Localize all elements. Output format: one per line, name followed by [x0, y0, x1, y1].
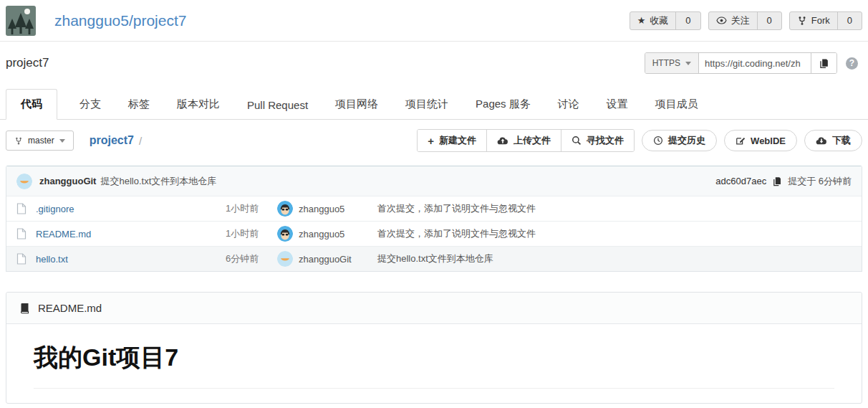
- branch-selector[interactable]: master: [6, 131, 74, 151]
- file-icon: [16, 228, 26, 239]
- watch-button[interactable]: 关注 0: [708, 11, 782, 30]
- file-commit-message[interactable]: 首次提交，添加了说明文件与忽视文件: [377, 202, 536, 215]
- file-commit-author[interactable]: zhangguo5: [299, 204, 370, 214]
- repo-title-link[interactable]: zhangguo5/project7: [54, 12, 186, 29]
- file-commit-author[interactable]: zhangguoGit: [299, 254, 370, 265]
- tab-tags[interactable]: 标签: [128, 90, 150, 119]
- copy-url-button[interactable]: [811, 53, 836, 73]
- protocol-dropdown[interactable]: HTTPS: [645, 53, 699, 73]
- help-icon[interactable]: ?: [846, 57, 858, 70]
- file-icon: [16, 253, 26, 265]
- file-actions-group: + 新建文件 上传文件 寻找文件: [417, 129, 635, 152]
- commit-message[interactable]: 提交hello.txt文件到本地仓库: [100, 175, 216, 188]
- branch-icon: [14, 136, 23, 146]
- tab-stats[interactable]: 项目统计: [405, 90, 448, 119]
- file-link[interactable]: README.md: [36, 229, 91, 239]
- branch-label: master: [28, 136, 54, 146]
- file-icon: [16, 203, 26, 214]
- project-name: project7: [6, 56, 49, 70]
- star-button[interactable]: ★ 收藏 0: [630, 11, 701, 30]
- table-row: .gitignore 1小时前 zhangguo5 首次提交，添加了说明文件与忽…: [6, 196, 862, 221]
- fork-count[interactable]: 0: [837, 12, 862, 29]
- edit-icon: [736, 136, 746, 146]
- tab-members[interactable]: 项目成员: [655, 90, 698, 119]
- book-icon: [19, 303, 30, 314]
- protocol-label: HTTPS: [652, 58, 680, 68]
- fork-button[interactable]: Fork 0: [789, 11, 862, 30]
- fork-label: Fork: [811, 15, 830, 26]
- upload-file-label: 上传文件: [513, 134, 551, 147]
- file-commit-author[interactable]: zhangguo5: [299, 229, 370, 239]
- star-icon: ★: [637, 15, 646, 26]
- download-label: 下载: [832, 134, 851, 147]
- file-commit-time: 1小时前: [226, 227, 277, 240]
- eye-icon: [716, 15, 727, 26]
- tab-compare[interactable]: 版本对比: [177, 90, 220, 119]
- table-row: README.md 1小时前 zhangguo5 首次提交，添加了说明文件与忽视…: [6, 221, 862, 246]
- search-icon: [572, 136, 582, 146]
- star-count[interactable]: 0: [675, 12, 700, 29]
- star-label: 收藏: [650, 14, 668, 27]
- table-row: hello.txt 6分钟前 zhangguoGit 提交hello.txt文件…: [6, 246, 862, 271]
- readme-panel: README.md 我的Git项目7: [6, 292, 862, 404]
- watch-label: 关注: [731, 14, 750, 27]
- tab-pages[interactable]: Pages 服务: [476, 90, 531, 119]
- avatar[interactable]: [277, 251, 293, 267]
- commit-author[interactable]: zhangguoGit: [39, 176, 96, 186]
- tab-code[interactable]: 代码: [6, 89, 57, 120]
- clone-url-input[interactable]: [699, 53, 811, 73]
- cloud-download-icon: [816, 136, 827, 146]
- new-file-label: 新建文件: [439, 134, 476, 147]
- commit-sha[interactable]: adc60d7aec: [715, 176, 766, 186]
- commit-history-button[interactable]: 提交历史: [642, 130, 717, 151]
- download-button[interactable]: 下载: [804, 130, 862, 151]
- readme-filename: README.md: [38, 302, 102, 314]
- code-toolbar: master project7 / + 新建文件 上传文件 寻找文件: [0, 120, 868, 161]
- tab-discussions[interactable]: 讨论: [558, 90, 579, 119]
- fork-icon: [797, 16, 807, 26]
- readme-body: 我的Git项目7: [6, 324, 862, 403]
- find-file-button[interactable]: 寻找文件: [561, 130, 634, 151]
- file-tree-panel: zhangguoGit 提交hello.txt文件到本地仓库 adc60d7ae…: [6, 166, 862, 272]
- commit-history-label: 提交历史: [668, 134, 705, 147]
- readme-heading: 我的Git项目7: [34, 343, 834, 372]
- tab-branches[interactable]: 分支: [79, 90, 101, 119]
- repo-tabs: 代码 分支 标签 版本对比 Pull Request 项目网络 项目统计 Pag…: [0, 89, 868, 120]
- tab-settings[interactable]: 设置: [607, 90, 628, 119]
- repo-avatar[interactable]: [6, 6, 36, 36]
- clone-url-group: HTTPS: [645, 52, 837, 74]
- new-file-button[interactable]: + 新建文件: [418, 130, 486, 151]
- upload-file-button[interactable]: 上传文件: [486, 130, 561, 151]
- cloud-upload-icon: [497, 136, 508, 146]
- plus-icon: +: [428, 136, 434, 146]
- chevron-down-icon: [685, 62, 691, 65]
- commit-time: 提交于 6分钟前: [788, 175, 852, 188]
- readme-header: README.md: [6, 293, 862, 324]
- file-commit-message[interactable]: 提交hello.txt文件到本地仓库: [377, 252, 493, 265]
- clock-icon: [653, 136, 663, 146]
- file-commit-time: 6分钟前: [226, 252, 277, 265]
- file-link[interactable]: .gitignore: [36, 204, 74, 214]
- project-subheader: project7 HTTPS ?: [0, 42, 868, 83]
- readme-divider: [34, 388, 834, 389]
- tab-pull-request[interactable]: Pull Request: [247, 91, 308, 119]
- tab-network[interactable]: 项目网络: [335, 90, 378, 119]
- watch-count[interactable]: 0: [757, 12, 781, 29]
- repo-action-buttons: ★ 收藏 0 关注 0 Fork 0: [630, 11, 862, 30]
- copy-icon: [819, 58, 829, 69]
- webide-button[interactable]: WebIDE: [724, 130, 797, 151]
- copy-icon[interactable]: [772, 176, 782, 186]
- breadcrumb-separator: /: [139, 135, 142, 147]
- commit-meta: adc60d7aec 提交于 6分钟前: [715, 175, 852, 188]
- avatar[interactable]: [277, 201, 293, 217]
- repo-header: zhangguo5/project7 ★ 收藏 0 关注 0 For: [0, 0, 868, 42]
- file-commit-time: 1小时前: [226, 202, 277, 215]
- file-link[interactable]: hello.txt: [36, 254, 68, 265]
- breadcrumb-root[interactable]: project7: [90, 134, 134, 147]
- avatar[interactable]: [277, 226, 293, 242]
- file-commit-message[interactable]: 首次提交，添加了说明文件与忽视文件: [377, 227, 536, 240]
- toolbar-actions: + 新建文件 上传文件 寻找文件 提交历史: [417, 129, 862, 152]
- find-file-label: 寻找文件: [587, 134, 624, 147]
- avatar[interactable]: [16, 174, 32, 189]
- latest-commit-bar: zhangguoGit 提交hello.txt文件到本地仓库 adc60d7ae…: [6, 166, 862, 196]
